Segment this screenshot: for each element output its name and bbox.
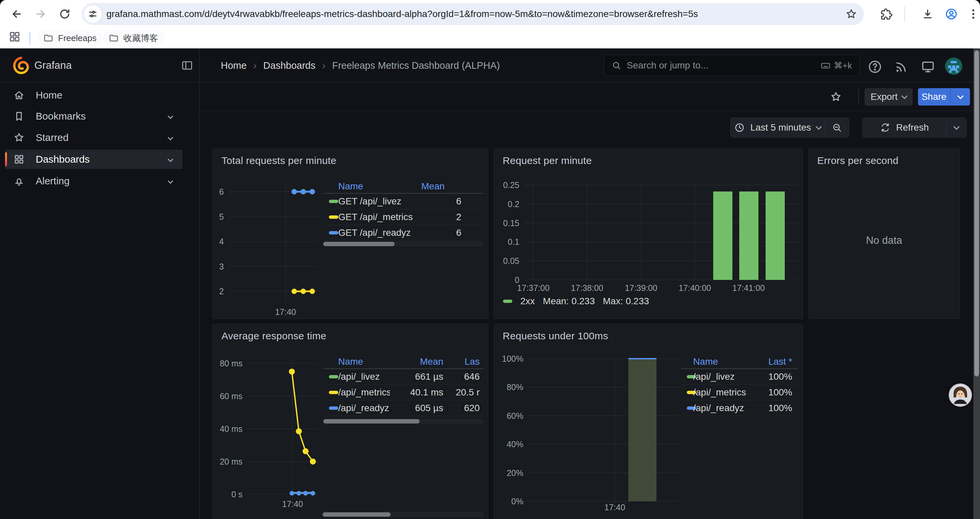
bookmark-folder-freeleaps[interactable]: Freeleaps [37, 30, 103, 46]
scrollbar-thumb[interactable] [974, 50, 979, 376]
breadcrumb-dashboards[interactable]: Dashboards [263, 60, 315, 71]
chart-legend[interactable]: 2xx Mean: 0.233 Max: 0.233 [503, 296, 649, 307]
table-row[interactable]: /api/_readyz100% [681, 401, 798, 416]
legend-column-header[interactable]: Name [338, 356, 390, 367]
dock-menu-toggle-icon[interactable] [180, 59, 194, 72]
back-button[interactable] [7, 4, 27, 24]
search-input[interactable]: Search or jump to... ⌘+k [604, 55, 859, 76]
browser-toolbar: grafana.mathmast.com/d/deytv4rwavabkb/fr… [0, 0, 980, 28]
panel-total-requests-per-minute: Total requests per minute 2345617:40 Nam… [213, 149, 488, 319]
table-row[interactable]: /api/_readyz605 µs620 [323, 401, 483, 416]
extensions-button[interactable] [876, 4, 896, 24]
scrollbar-thumb[interactable] [323, 242, 395, 246]
table-row[interactable]: /api/_livez100% [681, 369, 798, 385]
series-value: 20.5 r [447, 387, 483, 398]
breadcrumb-home[interactable]: Home [221, 60, 247, 71]
table-row[interactable]: GET /api/_livez6 [323, 194, 483, 209]
chevron-down-icon [957, 93, 963, 99]
svg-text:17:37:00: 17:37:00 [517, 283, 549, 292]
svg-text:100%: 100% [502, 354, 523, 363]
average-response-time-chart[interactable]: 0 s20 ms40 ms60 ms80 ms17:40 [213, 324, 326, 518]
reload-button[interactable] [55, 4, 75, 24]
series-swatch [329, 216, 338, 219]
grafana-logo [12, 56, 30, 75]
svg-text:0.2: 0.2 [508, 200, 519, 209]
total-requests-chart[interactable]: 2345617:40 [213, 149, 326, 318]
toolbar-separator [904, 7, 905, 21]
legend-column-header[interactable]: Last * [758, 356, 798, 367]
svg-text:17:39:00: 17:39:00 [625, 283, 657, 292]
export-button[interactable]: Export [865, 88, 913, 105]
table-row[interactable]: GET /api/_metrics2 [323, 209, 483, 225]
toolbar-separator [858, 89, 859, 105]
legend-column-header[interactable]: Name [338, 181, 421, 192]
favorite-star-button[interactable] [830, 91, 842, 103]
svg-text:3: 3 [219, 262, 224, 271]
legend-scrollbar[interactable] [323, 241, 483, 246]
refresh-button[interactable]: Refresh [862, 118, 947, 137]
requests-under-100ms-chart[interactable]: 0%20%40%60%80%100%17:40 [494, 324, 687, 519]
news-rss-icon[interactable] [894, 59, 908, 74]
share-menu-button[interactable] [950, 88, 970, 105]
sidebar-item-alerting[interactable]: Alerting [5, 171, 183, 191]
sidebar-item-home[interactable]: Home [5, 86, 183, 105]
share-button[interactable]: Share [918, 88, 950, 105]
svg-text:80 ms: 80 ms [220, 359, 242, 368]
sidebar-item-label: Home [36, 89, 183, 101]
help-icon[interactable] [868, 59, 882, 74]
bookmark-star-button[interactable] [845, 8, 857, 20]
url-text[interactable]: grafana.mathmast.com/d/deytv4rwavabkb/fr… [107, 3, 698, 25]
legend-scrollbar[interactable] [323, 419, 483, 424]
page-scrollbar[interactable] [973, 48, 980, 519]
panel-request-per-minute: Request per minute 00.050.10.150.20.2517… [494, 149, 803, 319]
grafana-app: Grafana Home › Dashboards › Freeleaps Me… [0, 48, 980, 519]
browser-menu-button[interactable] [963, 4, 980, 24]
series-swatch [329, 391, 338, 394]
legend-scrollbar-sticky[interactable] [323, 512, 484, 517]
browser-chrome: grafana.mathmast.com/d/deytv4rwavabkb/fr… [0, 0, 980, 48]
table-row[interactable]: /api/_metrics40.1 ms20.5 r [323, 385, 483, 401]
forward-button[interactable] [31, 4, 51, 24]
svg-text:17:40:00: 17:40:00 [678, 283, 711, 292]
floating-assistant-avatar[interactable] [949, 383, 972, 407]
site-settings-button[interactable] [84, 5, 102, 23]
series-value: 40.1 ms [390, 387, 447, 398]
svg-text:60%: 60% [507, 411, 523, 420]
downloads-button[interactable] [918, 4, 938, 24]
bookmark-folder-blogs[interactable]: 收藏博客 [103, 30, 164, 46]
scrollbar-thumb[interactable] [323, 512, 391, 517]
tune-icon [88, 9, 98, 19]
folder-icon [109, 33, 119, 43]
time-range-picker[interactable]: Last 5 minutes [730, 118, 824, 137]
refresh-interval-button[interactable] [947, 118, 967, 137]
scrollbar-thumb[interactable] [323, 419, 420, 423]
star-icon [845, 8, 857, 20]
legend-column-header[interactable]: Name [693, 356, 758, 367]
series-swatch [329, 200, 338, 203]
svg-text:2: 2 [219, 287, 224, 296]
sidebar-item-dashboards[interactable]: Dashboards [5, 150, 183, 169]
svg-text:20 ms: 20 ms [220, 457, 242, 466]
table-row[interactable]: GET /api/_readyz6 [323, 225, 483, 241]
grafana-header: Grafana Home › Dashboards › Freeleaps Me… [0, 48, 980, 83]
legend-column-header[interactable]: Mean [421, 181, 483, 192]
table-row[interactable]: /api/_livez661 µs646 [323, 369, 483, 385]
series-name: /api/_readyz [338, 403, 390, 414]
apps-button[interactable] [5, 27, 25, 47]
legend-column-header[interactable]: Mean [390, 356, 447, 367]
series-name: GET /api/_livez [338, 196, 421, 207]
search-icon [611, 61, 621, 70]
request-per-minute-chart[interactable]: 00.050.10.150.20.2517:37:0017:38:0017:39… [494, 149, 803, 296]
table-row[interactable]: /api/_metrics100% [681, 385, 798, 401]
svg-text:4: 4 [219, 237, 224, 246]
series-swatch [329, 375, 338, 378]
monitor-icon[interactable] [921, 59, 935, 74]
svg-text:0.05: 0.05 [503, 256, 519, 265]
svg-text:6: 6 [219, 187, 224, 196]
url-bar[interactable]: grafana.mathmast.com/d/deytv4rwavabkb/fr… [82, 3, 864, 25]
back-icon [10, 8, 23, 21]
legend-column-header[interactable]: Las [447, 356, 483, 367]
zoom-out-button[interactable] [824, 118, 849, 137]
profile-button[interactable] [941, 4, 961, 24]
user-avatar[interactable] [945, 57, 963, 75]
